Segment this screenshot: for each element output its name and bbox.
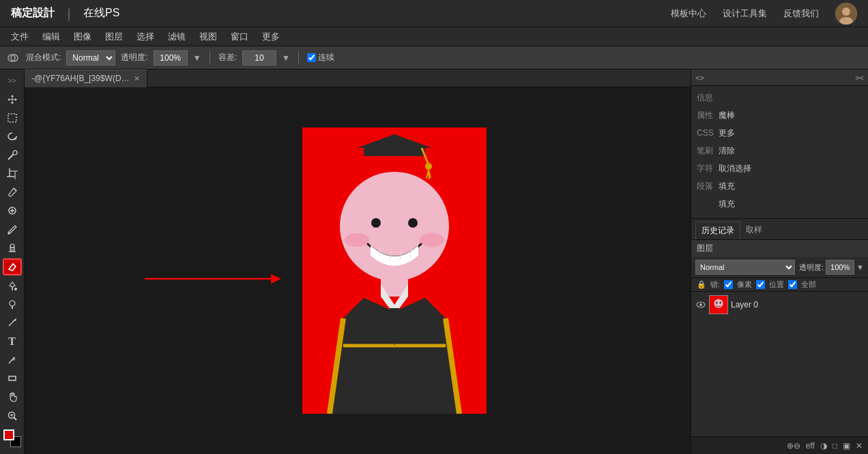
info-row-info[interactable]: 信息 [691,89,868,106]
svg-line-31 [14,417,16,420]
opacity-label: 透明度: [121,52,147,63]
menu-more[interactable]: 更多 [257,29,285,44]
menu-select[interactable]: 选择 [131,29,160,44]
menu-image[interactable]: 图像 [68,29,97,44]
info-row-brush[interactable]: 笔刷 清除 [691,142,868,160]
logo-subtitle[interactable]: 在线PS [83,6,119,20]
layer-name: Layer 0 [731,300,758,309]
layer-item[interactable]: Layer 0 [693,293,867,316]
text-icon: T [8,335,16,348]
opacity-arrow-icon[interactable]: ▼ [193,53,201,63]
bottom-group-icon[interactable]: □ [833,441,837,451]
svg-point-39 [425,163,432,170]
panel-collapse-right[interactable]: >< [855,74,864,82]
svg-point-62 [716,302,718,304]
menu-window[interactable]: 窗口 [225,29,254,44]
layer-visibility-icon[interactable] [695,299,706,310]
brush-value: 清除 [719,145,735,157]
layer-lock-row: 🔒 锁: 像素 位置 全部 [691,278,868,292]
svg-point-28 [13,320,14,322]
opacity-input[interactable] [154,50,188,65]
bottom-delete-icon[interactable]: ✕ [856,441,863,451]
info-row-properties[interactable]: 属性 魔棒 [691,106,868,124]
tab-close-btn[interactable]: ✕ [134,74,140,83]
paragraph-value: 填充 [719,181,735,192]
logo-text[interactable]: 稿定設計 [11,6,55,20]
lock-all-checkbox[interactable] [788,280,797,289]
info-row-paragraph[interactable]: 段落 填充 [691,177,868,195]
bottom-eff-label[interactable]: eff [806,441,815,451]
info-panel: 信息 属性 魔棒 CSS 更多 笔刷 清除 字符 取消选择 段落 填充 [691,86,868,215]
contiguous-checkbox[interactable] [307,53,316,62]
tolerance-arrow-icon[interactable]: ▼ [282,53,290,63]
svg-point-27 [10,301,15,306]
zoom-tool-btn[interactable] [3,407,22,424]
layer-opacity-arrow[interactable]: ▼ [856,263,864,271]
info-row-css[interactable]: CSS 更多 [691,124,868,142]
paint-bucket-tool-btn[interactable] [3,277,22,294]
brush-tool-btn[interactable] [3,221,22,238]
right-panels: <> >< 信息 属性 魔棒 CSS 更多 笔刷 清除 字符 取消选择 [691,70,868,454]
lasso-tool-btn[interactable] [3,128,22,145]
eyedropper-tool-btn[interactable] [3,184,22,201]
right-bottom-bar: ⊕⊖ eff ◑ □ ▣ ✕ [691,436,868,454]
menu-view[interactable]: 视图 [194,29,222,44]
menu-file[interactable]: 文件 [5,29,34,44]
dodge-tool-btn[interactable] [3,295,22,312]
menu-layer[interactable]: 图层 [100,29,128,44]
nav-tools[interactable]: 设计工具集 [723,7,767,20]
crop-tool-btn[interactable] [3,165,22,182]
heal-tool-btn[interactable] [3,202,22,220]
menu-filter[interactable]: 滤镜 [162,29,191,44]
lock-pixels-label: 像素 [737,279,752,290]
tools-panel: >> [0,70,25,454]
avatar[interactable] [835,3,857,25]
bottom-add-icon[interactable]: ⊕⊖ [787,441,800,451]
bottom-adjust-icon[interactable]: ▣ [843,441,850,451]
toolbar-separator [209,51,210,65]
lock-pixels-checkbox[interactable] [724,280,733,289]
svg-point-1 [842,7,850,16]
svg-rect-36 [364,148,425,156]
svg-marker-35 [271,274,281,284]
move-tool-btn[interactable] [3,91,22,108]
pen-tool-btn[interactable] [3,314,22,331]
bottom-mask-icon[interactable]: ◑ [820,441,827,451]
lock-position-checkbox[interactable] [756,280,765,289]
magic-wand-tool-btn[interactable] [3,147,22,164]
shape-tool-btn[interactable] [3,369,22,387]
path-select-tool-btn[interactable] [3,351,22,368]
paragraph-label: 段落 [697,181,719,192]
history-tab[interactable]: 历史记录 [695,222,740,239]
text-tool-btn[interactable]: T [3,333,22,350]
stamp-tool-btn[interactable] [3,239,22,256]
foreground-color-swatch[interactable] [3,429,14,440]
layer-mode-select[interactable]: Normal Multiply Screen [695,260,795,275]
layer-opacity-wrap: 透明度: ▼ [799,260,864,275]
info-row-char[interactable]: 字符 取消选择 [691,160,868,177]
hand-tool-btn[interactable] [3,389,22,406]
lock-icon: 🔒 [697,280,706,289]
magic-eraser-tool-btn[interactable] [3,258,22,276]
css-label: CSS [697,128,719,138]
nav-feedback[interactable]: 反馈我们 [783,7,819,20]
tools-collapse-btn[interactable]: >> [3,72,22,89]
char-label: 字符 [697,163,719,175]
tolerance-input[interactable] [242,50,276,65]
header: 稿定設計 ｜ 在线PS 模板中心 设计工具集 反馈我们 [0,0,868,27]
info-row-fill2[interactable]: 填充 [691,195,868,213]
document-tab[interactable]: -@{YF76AH{B_[39$W(D… ✕ [25,70,147,87]
sampling-tab[interactable]: 取样 [740,222,768,239]
canvas-content[interactable] [25,87,691,454]
menu-edit[interactable]: 编辑 [37,29,66,44]
blend-mode-select[interactable]: Normal Multiply Screen Overlay [66,50,115,65]
lock-label: 锁: [710,279,720,290]
panel-collapse-left[interactable]: <> [695,74,704,82]
svg-line-25 [13,264,16,267]
layer-opacity-input[interactable] [826,260,854,275]
nav-templates[interactable]: 模板中心 [671,7,706,20]
svg-line-12 [16,151,17,151]
layer-opacity-label: 透明度: [799,262,824,273]
right-panel-header: <> >< [691,70,868,86]
rect-select-tool-btn[interactable] [3,110,22,127]
